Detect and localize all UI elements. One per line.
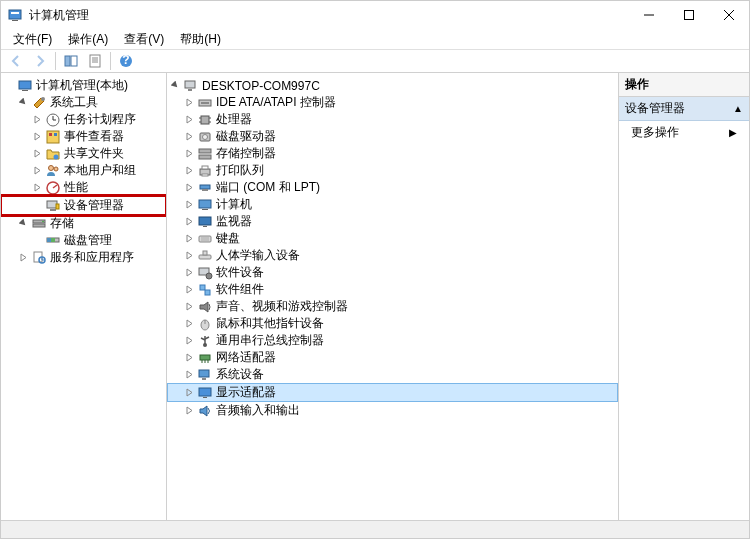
actions-pane: 操作 设备管理器 ▲ 更多操作 ▶ (619, 73, 749, 520)
computer-management-icon (17, 78, 33, 94)
expander-icon[interactable] (183, 405, 195, 417)
svg-rect-9 (90, 55, 100, 67)
back-button[interactable] (5, 50, 27, 72)
actions-more[interactable]: 更多操作 ▶ (619, 121, 749, 144)
expander-icon[interactable] (183, 335, 195, 347)
device-category-display[interactable]: 显示适配器 (167, 383, 618, 402)
expander-icon[interactable] (183, 369, 195, 381)
expander-icon[interactable] (183, 199, 195, 211)
tree-storage[interactable]: 存储 (1, 215, 166, 232)
svg-rect-55 (202, 174, 208, 176)
expander-icon[interactable] (183, 216, 195, 228)
expander-icon[interactable] (31, 114, 43, 126)
main-area: 计算机管理(本地) 系统工具 任务计划程序 事件查看器 共享文件夹 本地用户和组 (1, 73, 749, 520)
close-button[interactable] (709, 1, 749, 29)
svg-point-24 (54, 154, 59, 159)
device-category-cpu[interactable]: 处理器 (167, 111, 618, 128)
tree-disk-management[interactable]: 磁盘管理 (1, 232, 166, 249)
device-category-usb[interactable]: 通用串行总线控制器 (167, 332, 618, 349)
svg-rect-7 (65, 56, 70, 66)
tree-event-viewer[interactable]: 事件查看器 (1, 128, 166, 145)
expander-icon[interactable] (31, 182, 43, 194)
maximize-button[interactable] (669, 1, 709, 29)
device-category-computer[interactable]: 计算机 (167, 196, 618, 213)
device-category-monitor[interactable]: 监视器 (167, 213, 618, 230)
expander-icon[interactable] (183, 97, 195, 109)
device-category-software[interactable]: 软件设备 (167, 264, 618, 281)
menu-view[interactable]: 查看(V) (116, 29, 172, 50)
expander-icon[interactable] (183, 250, 195, 262)
ports-icon (197, 180, 213, 196)
svg-rect-61 (203, 226, 207, 227)
expander-icon[interactable] (183, 165, 195, 177)
device-category-network[interactable]: 网络适配器 (167, 349, 618, 366)
expander-icon[interactable] (183, 182, 195, 194)
tree-device-manager[interactable]: 设备管理器 (1, 196, 166, 215)
forward-button[interactable] (29, 50, 51, 72)
svg-text:?: ? (122, 54, 129, 67)
expander-icon[interactable] (183, 233, 195, 245)
expander-icon[interactable] (31, 148, 43, 160)
expander-icon[interactable] (183, 352, 195, 364)
menu-help[interactable]: 帮助(H) (172, 29, 229, 50)
expander-icon[interactable] (17, 218, 29, 230)
actions-more-label: 更多操作 (631, 124, 679, 141)
svg-rect-36 (47, 238, 51, 242)
actions-section[interactable]: 设备管理器 ▲ (619, 97, 749, 121)
device-root[interactable]: DESKTOP-COM997C (167, 77, 618, 94)
menu-file[interactable]: 文件(F) (5, 29, 60, 50)
expander-icon[interactable] (17, 252, 29, 264)
expander-icon[interactable] (183, 148, 195, 160)
device-category-mouse[interactable]: 鼠标和其他指针设备 (167, 315, 618, 332)
expander-icon[interactable] (183, 267, 195, 279)
device-category-system[interactable]: 系统设备 (167, 366, 618, 383)
device-category-media[interactable]: 声音、视频和游戏控制器 (167, 298, 618, 315)
properties-button[interactable] (84, 50, 106, 72)
minimize-button[interactable] (629, 1, 669, 29)
tree-local-users[interactable]: 本地用户和组 (1, 162, 166, 179)
device-category-ide[interactable]: IDE ATA/ATAPI 控制器 (167, 94, 618, 111)
result-pane: DESKTOP-COM997C IDE ATA/ATAPI 控制器 处理器 磁盘… (167, 73, 619, 520)
expander-icon[interactable] (183, 284, 195, 296)
device-category-audio[interactable]: 音频输入和输出 (167, 402, 618, 419)
help-button[interactable]: ? (115, 50, 137, 72)
tree-shared-folders[interactable]: 共享文件夹 (1, 145, 166, 162)
svg-rect-0 (9, 10, 21, 19)
tree-performance[interactable]: 性能 (1, 179, 166, 196)
expander-icon[interactable] (183, 114, 195, 126)
svg-rect-2 (12, 20, 18, 21)
expander-icon[interactable] (17, 97, 29, 109)
expander-icon[interactable] (183, 387, 195, 399)
storctrl-icon (197, 146, 213, 162)
device-category-keyboard[interactable]: 键盘 (167, 230, 618, 247)
expander-icon[interactable] (31, 165, 43, 177)
device-category-storctrl[interactable]: 存储控制器 (167, 145, 618, 162)
system-icon (197, 367, 213, 383)
device-category-hid[interactable]: 人体学输入设备 (167, 247, 618, 264)
tree-root-computer-management[interactable]: 计算机管理(本地) (1, 77, 166, 94)
monitor-icon (197, 214, 213, 230)
app-icon (7, 7, 23, 23)
tree-system-tools[interactable]: 系统工具 (1, 94, 166, 111)
menu-action[interactable]: 操作(A) (60, 29, 116, 50)
tree-services-apps[interactable]: 服务和应用程序 (1, 249, 166, 266)
tree-task-scheduler[interactable]: 任务计划程序 (1, 111, 166, 128)
device-category-swcomp[interactable]: 软件组件 (167, 281, 618, 298)
expander-icon[interactable] (183, 318, 195, 330)
svg-rect-31 (56, 204, 59, 209)
svg-rect-23 (54, 133, 57, 136)
svg-point-50 (203, 134, 208, 139)
expander-icon[interactable] (183, 301, 195, 313)
mouse-icon (197, 316, 213, 332)
show-hide-tree-button[interactable] (60, 50, 82, 72)
svg-point-34 (42, 220, 44, 222)
performance-icon (45, 180, 61, 196)
svg-rect-16 (22, 90, 28, 91)
menu-bar: 文件(F) 操作(A) 查看(V) 帮助(H) (1, 29, 749, 49)
device-category-disk[interactable]: 磁盘驱动器 (167, 128, 618, 145)
expander-icon[interactable] (183, 131, 195, 143)
device-category-printq[interactable]: 打印队列 (167, 162, 618, 179)
expander-icon[interactable] (169, 80, 181, 92)
device-category-ports[interactable]: 端口 (COM 和 LPT) (167, 179, 618, 196)
expander-icon[interactable] (31, 131, 43, 143)
